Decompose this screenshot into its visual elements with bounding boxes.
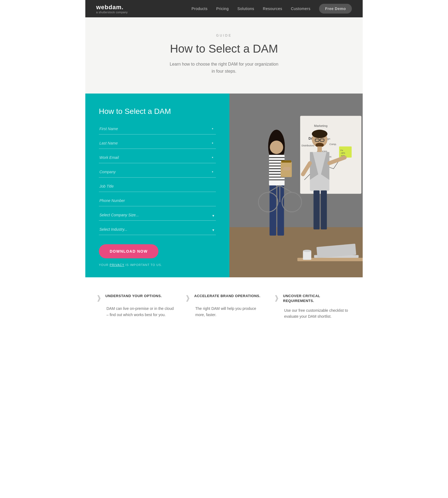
svg-text:Marketing: Marketing	[314, 124, 328, 127]
logo-sub: a shutterstock company	[96, 11, 128, 14]
industry-select[interactable]: Select Industry... Technology Retail Fin…	[99, 224, 216, 235]
svg-rect-3	[300, 116, 362, 194]
nav-pricing[interactable]: Pricing	[216, 7, 229, 11]
form-panel: How to Select a DAM * * * *	[85, 94, 229, 277]
company-input[interactable]	[99, 166, 216, 178]
bottom-item-1-title: UNDERSTAND YOUR OPTIONS.	[105, 294, 162, 298]
bottom-item-2-desc: The right DAM will help you produce more…	[185, 306, 263, 318]
bottom-item-3: ❱ UNCOVER CRITICAL REQUIREMENTS. Use our…	[274, 294, 352, 319]
logo: webdam. a shutterstock company	[96, 4, 128, 14]
nav-products[interactable]: Products	[191, 7, 207, 11]
svg-point-17	[312, 130, 328, 138]
required-indicator: *	[212, 142, 213, 146]
company-group: *	[99, 166, 216, 179]
bottom-section: ❱ UNDERSTAND YOUR OPTIONS. DAM can live …	[85, 277, 363, 336]
hero-title: How to Select a DAM	[96, 42, 352, 55]
phone-number-input[interactable]	[99, 195, 216, 206]
svg-text:Distributors: Distributors	[302, 144, 314, 147]
download-now-button[interactable]: DOWNLOAD NOW	[99, 244, 158, 258]
company-size-group: Select Company Size... 1-50 51-200 201-1…	[99, 210, 216, 222]
nav-customers[interactable]: Customers	[291, 7, 310, 11]
bottom-item-3-header: ❱ UNCOVER CRITICAL REQUIREMENTS.	[274, 294, 352, 303]
work-email-input[interactable]	[99, 152, 216, 163]
required-indicator: *	[212, 127, 213, 131]
bottom-item-2-header: ❱ ACCELERATE BRAND OPERATIONS.	[185, 294, 261, 302]
svg-rect-51	[303, 251, 311, 260]
form-title: How to Select a DAM	[99, 107, 216, 116]
hero-section: GUIDE How to Select a DAM Learn how to c…	[85, 17, 363, 94]
last-name-group: *	[99, 138, 216, 150]
nav-links: Products Pricing Solutions Resources Cus…	[191, 4, 352, 14]
bottom-item-1: ❱ UNDERSTAND YOUR OPTIONS. DAM can live …	[96, 294, 174, 319]
industry-group: Select Industry... Technology Retail Fin…	[99, 224, 216, 236]
bottom-item-2: ❱ ACCELERATE BRAND OPERATIONS. The right…	[185, 294, 263, 319]
privacy-link[interactable]: PRIVACY	[110, 263, 124, 266]
svg-point-52	[303, 250, 311, 252]
svg-text:Comp.: Comp.	[329, 143, 337, 146]
required-indicator: *	[212, 156, 213, 160]
svg-rect-22	[317, 146, 322, 152]
svg-text:-46%: -46%	[341, 152, 345, 154]
svg-rect-28	[314, 191, 320, 230]
svg-point-32	[270, 141, 283, 154]
hero-desc: Learn how to choose the right DAM for yo…	[96, 61, 352, 75]
svg-text:Fix: Fix	[341, 149, 343, 152]
svg-rect-29	[321, 191, 327, 230]
hero-image: Marketing IT DAM Design Distributors Com…	[229, 94, 363, 277]
svg-rect-44	[281, 160, 291, 163]
chevron-right-icon-1: ❱	[96, 294, 102, 302]
first-name-group: *	[99, 123, 216, 136]
nav-resources[interactable]: Resources	[263, 7, 282, 11]
form-image-panel: Marketing IT DAM Design Distributors Com…	[229, 94, 363, 277]
job-title-input[interactable]	[99, 181, 216, 192]
chevron-right-icon-3: ❱	[274, 294, 279, 302]
first-name-input[interactable]	[99, 123, 216, 134]
free-demo-button[interactable]: Free Demo	[319, 4, 352, 14]
form-section: How to Select a DAM * * * *	[85, 94, 363, 277]
nav-solutions[interactable]: Solutions	[237, 7, 254, 11]
chevron-right-icon-2: ❱	[185, 294, 190, 302]
bottom-item-3-title: UNCOVER CRITICAL REQUIREMENTS.	[283, 294, 352, 303]
job-title-group	[99, 181, 216, 193]
work-email-group: *	[99, 152, 216, 164]
svg-rect-47	[277, 185, 284, 236]
company-size-select[interactable]: Select Company Size... 1-50 51-200 201-1…	[99, 210, 216, 221]
privacy-notice: YOUR PRIVACY IS IMPORTANT TO US.	[99, 263, 216, 266]
bottom-item-1-desc: DAM can live on-premise or in the cloud …	[96, 306, 174, 318]
phone-number-group	[99, 195, 216, 207]
navbar: webdam. a shutterstock company Products …	[85, 0, 363, 17]
last-name-input[interactable]	[99, 138, 216, 149]
required-indicator: *	[212, 170, 213, 175]
bottom-item-2-title: ACCELERATE BRAND OPERATIONS.	[194, 294, 261, 298]
logo-main: webdam.	[96, 4, 128, 11]
bottom-item-1-header: ❱ UNDERSTAND YOUR OPTIONS.	[96, 294, 162, 302]
bottom-item-3-desc: Use our free customizable checklist to e…	[274, 307, 352, 320]
hero-tag: GUIDE	[96, 34, 352, 37]
